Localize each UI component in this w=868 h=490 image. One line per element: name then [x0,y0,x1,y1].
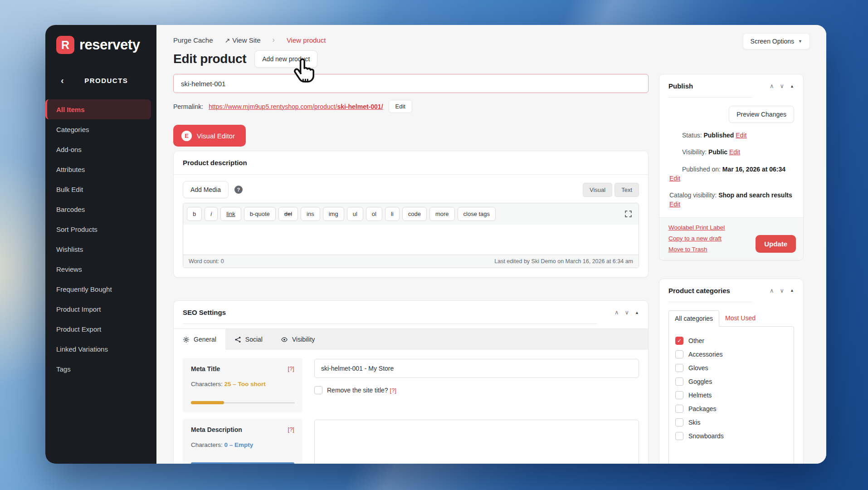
quicktag-link-button[interactable]: link [220,207,241,221]
sidebar-item-sort-products[interactable]: Sort Products [45,219,156,239]
category-checkbox-snowboards[interactable] [675,432,683,440]
sidebar-item-product-import[interactable]: Product Import [45,299,156,319]
category-item-other: ✓ Other [675,337,787,345]
meta-title-input[interactable] [314,359,639,378]
permalink-url-link[interactable]: https://www.mjm9up5.rentyshop.com/produc… [209,103,383,110]
tab-visibility[interactable]: Visibility [272,329,324,350]
publish-title: Publish [668,82,693,90]
quicktag-ins-button[interactable]: ins [301,207,320,221]
edit-catalog-visibility-link[interactable]: Edit [669,201,680,208]
visual-editor-tab[interactable]: Visual [583,183,612,197]
permalink-edit-button[interactable]: Edit [389,100,412,113]
text-editor-tab[interactable]: Text [614,183,639,197]
remove-site-title-help-link[interactable]: [?] [390,387,396,394]
seo-settings-panel: SEO Settings ∧ ∨ ▲ General [173,300,649,464]
quicktags-toolbar: b i link b-quote del ins img ul ol li co [183,203,639,225]
meta-description-help-link[interactable]: [?] [288,426,294,433]
category-item-accessories: Accessories [675,350,787,358]
edit-visibility-link[interactable]: Edit [729,148,740,156]
quicktag-close-tags-button[interactable]: close tags [458,207,496,221]
category-checkbox-gloves[interactable] [675,364,683,372]
preview-changes-button[interactable]: Preview Changes [729,106,794,123]
move-up-icon[interactable]: ∧ [770,83,774,89]
publish-footer: Woolabel Print Label Copy to a new draft… [659,217,803,260]
sidebar-item-categories[interactable]: Categories [45,119,156,139]
quicktag-li-button[interactable]: li [385,207,400,221]
sidebar-item-frequently-bought[interactable]: Frequently Bought [45,279,156,299]
sidebar-item-attributes[interactable]: Attributes [45,159,156,179]
tab-social[interactable]: Social [225,329,272,350]
add-media-button[interactable]: Add Media [183,181,229,198]
view-product-link[interactable]: View product [287,36,326,44]
product-title-input[interactable] [173,74,649,93]
panel-toggle-icon[interactable]: ▲ [790,84,794,88]
tab-most-used[interactable]: Most Used [719,310,761,326]
caret-down-icon: ▼ [798,39,802,44]
quicktag-bold-button[interactable]: b [187,207,202,221]
sidebar-item-reviews[interactable]: Reviews [45,259,156,279]
screen-options-button[interactable]: Screen Options ▼ [743,33,810,49]
quicktag-del-button[interactable]: del [278,207,298,221]
edit-published-on-link[interactable]: Edit [669,175,680,182]
sidebar-item-add-ons[interactable]: Add-ons [45,139,156,159]
move-up-icon[interactable]: ∧ [770,287,774,294]
category-checkbox-helmets[interactable] [675,391,683,399]
meta-title-label: Meta Title [191,365,220,372]
description-textarea[interactable] [183,225,639,253]
visual-editor-button[interactable]: E Visual Editor [173,125,246,147]
add-new-product-button[interactable]: Add new product [254,50,317,68]
purge-cache-link[interactable]: Purge Cache [173,36,213,44]
category-item-goggles: Goggles [675,377,787,386]
view-site-link[interactable]: ↗View Site [225,36,261,44]
sidebar-item-all-items[interactable]: All Items [45,99,151,119]
collapse-sidebar-icon[interactable]: ‹ [61,76,64,85]
help-icon[interactable]: ? [234,186,243,194]
panel-toggle-icon[interactable]: ▲ [790,288,794,293]
category-item-gloves: Gloves [675,364,787,372]
category-checkbox-goggles[interactable] [675,377,683,386]
category-checkbox-skis[interactable] [675,418,683,426]
quicktag-code-button[interactable]: code [402,207,427,221]
publish-panel: Publish ∧ ∨ ▲ Preview Changes Status: Pu… [659,74,804,260]
edit-status-link[interactable]: Edit [736,132,746,139]
move-down-icon[interactable]: ∨ [625,309,629,316]
sidebar-item-tags[interactable]: Tags [45,359,156,379]
page-title: Edit product [173,52,246,66]
published-on-row: Published on: Mar 16, 2026 at 06:34 Edit [668,165,794,183]
quicktag-bquote-button[interactable]: b-quote [244,207,276,221]
category-checkbox-accessories[interactable] [675,350,683,358]
seo-settings-title: SEO Settings [183,309,226,316]
meta-description-textarea[interactable] [314,420,639,464]
category-checkbox-packages[interactable] [675,405,683,413]
move-down-icon[interactable]: ∨ [780,83,785,89]
category-item-helmets: Helmets [675,391,787,399]
sidebar-nav: All Items Categories Add-ons Attributes … [45,99,156,379]
remove-site-title-checkbox[interactable] [314,386,322,394]
sidebar-item-bulk-edit[interactable]: Bulk Edit [45,179,156,199]
sidebar-item-barcodes[interactable]: Barcodes [45,199,156,219]
meta-title-row: Meta Title [?] Characters: 25 – Too shor… [183,358,639,412]
logo: R reservety [45,36,156,54]
quicktag-img-button[interactable]: img [323,207,344,221]
quicktag-ul-button[interactable]: ul [347,207,363,221]
tab-all-categories[interactable]: All categories [668,310,719,327]
move-down-icon[interactable]: ∨ [780,287,785,294]
quicktag-italic-button[interactable]: i [205,207,218,221]
sidebar-item-wishlists[interactable]: Wishlists [45,239,156,259]
fullscreen-icon[interactable] [624,210,632,218]
tab-general[interactable]: General [174,329,225,350]
category-checkbox-other[interactable]: ✓ [675,337,683,345]
meta-title-progress-bar [191,401,294,404]
sidebar-item-product-export[interactable]: Product Export [45,319,156,339]
meta-title-help-link[interactable]: [?] [288,365,294,372]
status-row: Status: Published Edit [668,131,794,140]
quicktag-more-button[interactable]: more [429,207,455,221]
update-button[interactable]: Update [756,235,796,253]
meta-description-characters: Characters: 0 – Empty [191,441,294,448]
move-up-icon[interactable]: ∧ [614,309,619,316]
sidebar-item-linked-variations[interactable]: Linked Variations [45,339,156,359]
woolabel-print-label-link[interactable]: Woolabel Print Label [668,224,794,231]
panel-toggle-icon[interactable]: ▲ [635,310,639,315]
quicktag-ol-button[interactable]: ol [366,207,382,221]
permalink-row: Permalink: https://www.mjm9up5.rentyshop… [173,100,649,113]
